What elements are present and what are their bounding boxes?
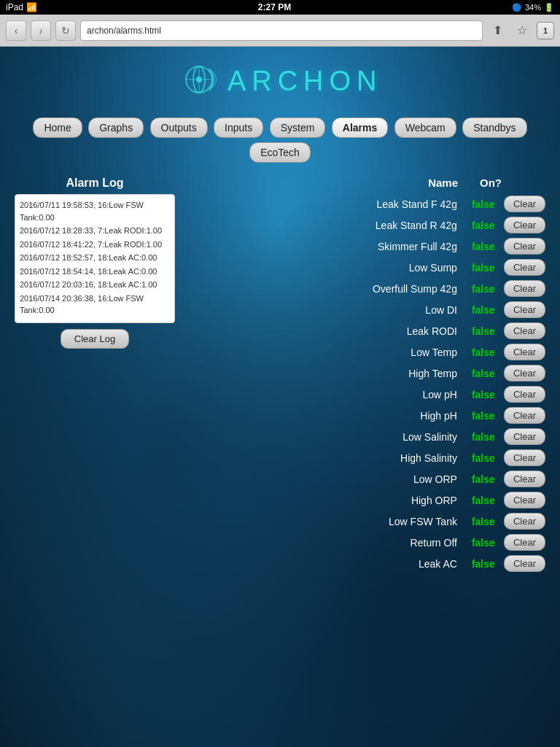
alarm-row: High pHfalseClear bbox=[190, 405, 545, 426]
nav-ecotech[interactable]: EcoTech bbox=[249, 142, 311, 163]
alarm-log-entry: 2016/07/12 18:41:22, 7:Leak RODI:1.00 bbox=[20, 239, 170, 251]
alarm-row: Low pHfalseClear bbox=[190, 384, 545, 405]
alarm-log-entry: 2016/07/12 20:03:16, 18:Leak AC:1.00 bbox=[20, 279, 170, 291]
alarm-status-value: false bbox=[472, 283, 504, 295]
alarm-clear-button[interactable]: Clear bbox=[504, 513, 545, 530]
alarm-clear-button[interactable]: Clear bbox=[504, 301, 545, 318]
alarm-status-value: false bbox=[472, 325, 504, 337]
alarm-clear-button[interactable]: Clear bbox=[504, 280, 545, 297]
main-layout: Alarm Log 2016/07/11 19:58:53, 16:Low FS… bbox=[0, 169, 560, 581]
wifi-icon: 📶 bbox=[26, 2, 37, 12]
alarm-clear-button[interactable]: Clear bbox=[504, 344, 545, 360]
carrier-label: iPad bbox=[6, 2, 23, 12]
alarm-log-section: Alarm Log 2016/07/11 19:58:53, 16:Low FS… bbox=[15, 177, 175, 349]
back-button[interactable]: ‹ bbox=[6, 20, 26, 41]
logo-area: ARCHON bbox=[0, 47, 560, 108]
alarm-clear-button[interactable]: Clear bbox=[504, 365, 545, 382]
nav-inputs[interactable]: Inputs bbox=[214, 117, 263, 138]
nav-graphs[interactable]: Graphs bbox=[88, 117, 144, 138]
alarm-clear-button[interactable]: Clear bbox=[504, 386, 545, 403]
alarm-clear-button[interactable]: Clear bbox=[504, 555, 545, 572]
alarm-log-entry: 2016/07/12 18:28:33, 7:Leak RODI:1.00 bbox=[20, 225, 170, 237]
alarm-row: Skimmer Full 42gfalseClear bbox=[190, 236, 545, 257]
alarm-row: Low FSW TankfalseClear bbox=[190, 511, 545, 532]
alarm-log-entry: 2016/07/11 19:58:53, 16:Low FSW Tank:0.0… bbox=[20, 199, 170, 223]
alarm-name-label: Leak Stand F 42g bbox=[190, 198, 472, 210]
clear-log-button[interactable]: Clear Log bbox=[61, 329, 129, 349]
tab-count[interactable]: 1 bbox=[537, 22, 554, 39]
alarm-log-entry: 2016/07/12 18:52:57, 18:Leak AC:0.00 bbox=[20, 252, 170, 264]
alarm-clear-button[interactable]: Clear bbox=[504, 534, 545, 551]
share-button[interactable]: ⬆ bbox=[487, 20, 508, 41]
address-bar[interactable]: archon/alarms.html bbox=[80, 20, 483, 41]
alarm-row: Leak ACfalseClear bbox=[190, 553, 545, 574]
alarm-clear-button[interactable]: Clear bbox=[504, 449, 545, 466]
alarm-name-label: Overfull Sump 42g bbox=[190, 283, 472, 295]
alarm-log-entry: 2016/07/12 18:54:14, 18:Leak AC:0.00 bbox=[20, 266, 170, 278]
alarm-status-value: false bbox=[472, 473, 504, 485]
alarm-name-label: High ORP bbox=[190, 495, 472, 506]
alarm-name-label: Low Sump bbox=[190, 262, 472, 274]
nav-system[interactable]: System bbox=[270, 117, 326, 138]
alarm-status-value: false bbox=[472, 410, 504, 422]
status-left: iPad 📶 bbox=[6, 2, 37, 12]
url-text: archon/alarms.html bbox=[87, 26, 161, 36]
bookmark-button[interactable]: ☆ bbox=[512, 20, 532, 41]
nav-webcam[interactable]: Webcam bbox=[394, 117, 456, 138]
alarm-clear-button[interactable]: Clear bbox=[504, 259, 545, 276]
logo-text: ARCHON bbox=[228, 66, 383, 96]
alarm-status-value: false bbox=[472, 558, 504, 570]
alarm-name-label: Low pH bbox=[190, 389, 472, 400]
nav-outputs[interactable]: Outputs bbox=[150, 117, 208, 138]
page-content: ARCHON Home Graphs Outputs Inputs System… bbox=[0, 47, 560, 611]
alarm-clear-button[interactable]: Clear bbox=[504, 428, 545, 445]
alarm-name-label: Low FSW Tank bbox=[190, 516, 472, 527]
alarm-clear-button[interactable]: Clear bbox=[504, 492, 545, 508]
navigation-bar: Home Graphs Outputs Inputs System Alarms… bbox=[0, 108, 560, 169]
alarm-name-label: Return Off bbox=[190, 537, 472, 549]
alarms-section: Name On? Leak Stand F 42gfalseClearLeak … bbox=[190, 177, 545, 574]
alarm-row: Low DIfalseClear bbox=[190, 299, 545, 320]
alarm-clear-button[interactable]: Clear bbox=[504, 196, 545, 212]
alarm-name-label: Low Temp bbox=[190, 347, 472, 358]
nav-home[interactable]: Home bbox=[33, 117, 82, 138]
battery-icon: 🔋 bbox=[544, 3, 554, 12]
alarm-log-title: Alarm Log bbox=[15, 177, 175, 190]
alarm-log-entry: 2016/07/14 20:36:38, 16:Low FSW Tank:0.0… bbox=[20, 293, 170, 317]
alarm-status-value: false bbox=[472, 198, 504, 210]
alarm-status-value: false bbox=[472, 452, 504, 464]
alarm-row: Low SumpfalseClear bbox=[190, 257, 545, 278]
alarm-name-label: Low ORP bbox=[190, 473, 472, 485]
alarm-status-value: false bbox=[472, 220, 504, 231]
alarm-row: Leak RODIfalseClear bbox=[190, 320, 545, 341]
alarms-header: Name On? bbox=[190, 177, 545, 193]
alarm-name-label: Low DI bbox=[190, 304, 472, 316]
status-time: 2:27 PM bbox=[258, 2, 291, 12]
nav-alarms[interactable]: Alarms bbox=[332, 117, 388, 138]
alarm-clear-button[interactable]: Clear bbox=[504, 471, 545, 487]
header-on: On? bbox=[480, 177, 545, 189]
alarm-clear-button[interactable]: Clear bbox=[504, 322, 545, 339]
alarm-row: High TempfalseClear bbox=[190, 363, 545, 384]
alarm-status-value: false bbox=[472, 368, 504, 379]
battery-label: 34% bbox=[525, 3, 541, 12]
reload-button[interactable]: ↻ bbox=[55, 20, 76, 41]
browser-chrome: ‹ › ↻ archon/alarms.html ⬆ ☆ 1 bbox=[0, 15, 560, 47]
alarm-clear-button[interactable]: Clear bbox=[504, 407, 545, 424]
forward-button[interactable]: › bbox=[31, 20, 51, 41]
alarm-status-value: false bbox=[472, 537, 504, 549]
alarm-clear-button[interactable]: Clear bbox=[504, 238, 545, 255]
alarm-row: Return OfffalseClear bbox=[190, 532, 545, 553]
alarm-row: Leak Stand F 42gfalseClear bbox=[190, 193, 545, 214]
alarms-rows: Leak Stand F 42gfalseClearLeak Stand R 4… bbox=[190, 193, 545, 574]
alarm-status-value: false bbox=[472, 516, 504, 527]
alarm-status-value: false bbox=[472, 495, 504, 506]
alarm-clear-button[interactable]: Clear bbox=[504, 217, 545, 233]
alarm-status-value: false bbox=[472, 389, 504, 400]
nav-standbys[interactable]: Standbys bbox=[462, 117, 526, 138]
alarm-name-label: High Salinity bbox=[190, 452, 472, 464]
alarm-row: Leak Stand R 42gfalseClear bbox=[190, 214, 545, 236]
alarm-status-value: false bbox=[472, 262, 504, 274]
header-name: Name bbox=[190, 177, 480, 189]
alarm-name-label: High Temp bbox=[190, 368, 472, 379]
